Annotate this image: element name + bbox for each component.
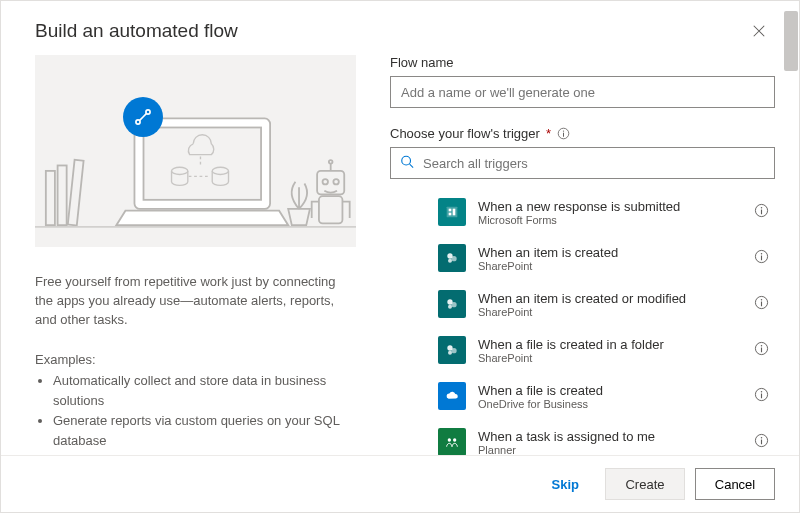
svg-point-48 — [448, 438, 451, 441]
trigger-title: When an item is created or modified — [478, 291, 742, 306]
svg-point-37 — [761, 299, 763, 301]
svg-rect-47 — [761, 394, 762, 399]
trigger-item[interactable]: When an item is createdSharePoint — [390, 235, 775, 281]
trigger-app-icon — [438, 244, 466, 272]
svg-rect-0 — [46, 171, 55, 225]
modal-footer: Skip Create Cancel — [1, 455, 799, 512]
svg-point-40 — [451, 348, 456, 353]
svg-point-28 — [451, 256, 456, 261]
flow-name-label: Flow name — [390, 55, 775, 70]
svg-point-31 — [761, 253, 763, 255]
trigger-text: When an item is created or modifiedShare… — [478, 291, 742, 318]
svg-point-49 — [453, 438, 456, 441]
trigger-title: When a task is assigned to me — [478, 429, 742, 444]
create-button[interactable]: Create — [605, 468, 685, 500]
trigger-info-icon[interactable] — [754, 341, 769, 359]
trigger-subtitle: SharePoint — [478, 352, 742, 364]
modal-body: Free yourself from repetitive work just … — [1, 55, 799, 455]
svg-rect-2 — [68, 160, 84, 226]
trigger-text: When an item is createdSharePoint — [478, 245, 742, 272]
svg-rect-44 — [761, 348, 762, 353]
svg-point-18 — [402, 156, 411, 165]
trigger-subtitle: Planner — [478, 444, 742, 456]
trigger-text: When a task is assigned to mePlanner — [478, 429, 742, 456]
trigger-info-icon[interactable] — [754, 295, 769, 313]
description-text: Free yourself from repetitive work just … — [35, 273, 356, 330]
skip-button[interactable]: Skip — [536, 468, 595, 500]
svg-point-51 — [761, 437, 763, 439]
svg-rect-4 — [144, 127, 262, 199]
svg-rect-1 — [58, 165, 67, 225]
svg-point-43 — [761, 345, 763, 347]
svg-point-34 — [451, 302, 456, 307]
outer-scrollbar-thumb[interactable] — [784, 11, 798, 71]
trigger-app-icon — [438, 336, 466, 364]
trigger-text: When a file is created in a folderShareP… — [478, 337, 742, 364]
modal-header: Build an automated flow — [1, 1, 799, 55]
svg-rect-21 — [449, 209, 452, 212]
trigger-info-icon[interactable] — [754, 249, 769, 267]
svg-rect-20 — [447, 207, 458, 218]
close-icon — [752, 24, 766, 38]
trigger-search — [390, 147, 775, 179]
svg-point-41 — [448, 351, 452, 355]
search-icon — [400, 155, 414, 172]
svg-rect-10 — [319, 196, 343, 223]
example-item: Generate reports via custom queries on y… — [53, 411, 356, 451]
illustration — [35, 55, 356, 247]
svg-point-35 — [448, 305, 452, 309]
trigger-info-icon[interactable] — [754, 387, 769, 405]
trigger-app-icon — [438, 428, 466, 455]
trigger-title: When a new response is submitted — [478, 199, 742, 214]
svg-point-9 — [333, 179, 338, 184]
trigger-item[interactable]: When a file is createdOneDrive for Busin… — [390, 373, 775, 419]
svg-point-29 — [448, 259, 452, 263]
trigger-item[interactable]: When an item is created or modifiedShare… — [390, 281, 775, 327]
trigger-search-input[interactable] — [390, 147, 775, 179]
svg-rect-32 — [761, 256, 762, 261]
info-icon[interactable] — [557, 127, 570, 140]
svg-rect-17 — [563, 133, 564, 137]
trigger-item[interactable]: When a file is created in a folderShareP… — [390, 327, 775, 373]
example-item: Automatically collect and store data in … — [53, 371, 356, 411]
trigger-app-icon — [438, 382, 466, 410]
trigger-list[interactable]: When a new response is submittedMicrosof… — [390, 189, 775, 455]
examples-label: Examples: — [35, 352, 356, 367]
trigger-subtitle: Microsoft Forms — [478, 214, 742, 226]
trigger-info-icon[interactable] — [754, 433, 769, 451]
trigger-label: Choose your flow's trigger * — [390, 126, 775, 141]
svg-point-14 — [146, 110, 150, 114]
trigger-app-icon — [438, 290, 466, 318]
trigger-item[interactable]: When a new response is submittedMicrosof… — [390, 189, 775, 235]
left-column: Free yourself from repetitive work just … — [35, 55, 390, 455]
build-flow-modal: Build an automated flow — [0, 0, 800, 513]
svg-point-16 — [563, 130, 564, 131]
trigger-subtitle: SharePoint — [478, 306, 742, 318]
svg-rect-7 — [317, 171, 344, 195]
trigger-text: When a file is createdOneDrive for Busin… — [478, 383, 742, 410]
svg-line-19 — [410, 164, 414, 168]
cancel-button[interactable]: Cancel — [695, 468, 775, 500]
svg-rect-26 — [761, 210, 762, 215]
svg-rect-22 — [449, 213, 452, 216]
svg-point-46 — [761, 391, 763, 393]
svg-rect-52 — [761, 440, 762, 445]
modal-title: Build an automated flow — [35, 20, 238, 42]
trigger-app-icon — [438, 198, 466, 226]
svg-rect-38 — [761, 302, 762, 307]
trigger-info-icon[interactable] — [754, 203, 769, 221]
svg-point-25 — [761, 207, 763, 209]
svg-point-8 — [323, 179, 328, 184]
required-asterisk: * — [546, 126, 551, 141]
examples-list: Automatically collect and store data in … — [35, 371, 356, 452]
trigger-subtitle: OneDrive for Business — [478, 398, 742, 410]
trigger-title: When a file is created — [478, 383, 742, 398]
right-column: Flow name Choose your flow's trigger * W… — [390, 55, 787, 455]
flow-name-input[interactable] — [390, 76, 775, 108]
close-button[interactable] — [743, 15, 775, 47]
svg-point-13 — [136, 120, 140, 124]
flow-badge-icon — [123, 97, 163, 137]
trigger-text: When a new response is submittedMicrosof… — [478, 199, 742, 226]
svg-rect-23 — [453, 209, 456, 216]
trigger-item[interactable]: When a task is assigned to mePlanner — [390, 419, 775, 455]
